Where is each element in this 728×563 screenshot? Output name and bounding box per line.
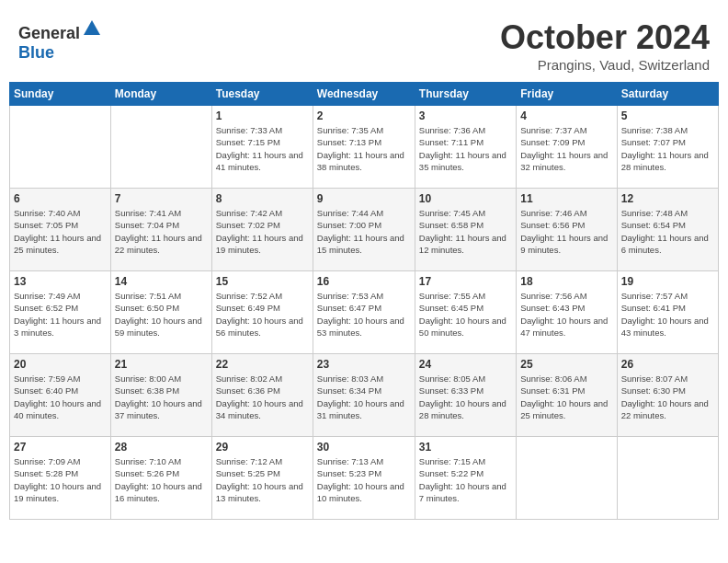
table-row: 25Sunrise: 8:06 AM Sunset: 6:31 PM Dayli… (517, 354, 617, 437)
table-row: 30Sunrise: 7:13 AM Sunset: 5:23 PM Dayli… (313, 437, 415, 520)
table-row: 10Sunrise: 7:45 AM Sunset: 6:58 PM Dayli… (415, 189, 516, 271)
day-number: 9 (317, 192, 411, 205)
table-row: 5Sunrise: 7:38 AM Sunset: 7:07 PM Daylig… (617, 106, 718, 189)
col-wednesday: Wednesday (313, 83, 415, 106)
table-row: 27Sunrise: 7:09 AM Sunset: 5:28 PM Dayli… (10, 437, 111, 520)
table-row: 21Sunrise: 8:00 AM Sunset: 6:38 PM Dayli… (110, 354, 211, 437)
col-sunday: Sunday (10, 83, 111, 106)
logo: General Blue (18, 18, 102, 63)
day-info: Sunrise: 8:05 AM Sunset: 6:33 PM Dayligh… (419, 373, 512, 421)
table-row: 9Sunrise: 7:44 AM Sunset: 7:00 PM Daylig… (313, 189, 415, 271)
table-row: 13Sunrise: 7:49 AM Sunset: 6:52 PM Dayli… (10, 271, 111, 354)
day-info: Sunrise: 7:56 AM Sunset: 6:43 PM Dayligh… (520, 290, 612, 339)
day-info: Sunrise: 7:09 AM Sunset: 5:28 PM Dayligh… (14, 455, 107, 504)
day-number: 16 (317, 275, 411, 288)
table-row: 15Sunrise: 7:52 AM Sunset: 6:49 PM Dayli… (211, 271, 313, 354)
day-info: Sunrise: 7:40 AM Sunset: 7:05 PM Dayligh… (14, 207, 107, 256)
table-row: 28Sunrise: 7:10 AM Sunset: 5:26 PM Dayli… (110, 437, 211, 520)
day-number: 25 (520, 358, 612, 371)
day-info: Sunrise: 7:52 AM Sunset: 6:49 PM Dayligh… (216, 290, 309, 339)
day-info: Sunrise: 7:45 AM Sunset: 6:58 PM Dayligh… (419, 207, 512, 256)
day-info: Sunrise: 7:35 AM Sunset: 7:13 PM Dayligh… (317, 124, 411, 173)
day-info: Sunrise: 7:49 AM Sunset: 6:52 PM Dayligh… (14, 290, 107, 339)
day-number: 29 (216, 441, 309, 454)
table-row: 31Sunrise: 7:15 AM Sunset: 5:22 PM Dayli… (415, 437, 516, 520)
calendar-body: 1Sunrise: 7:33 AM Sunset: 7:15 PM Daylig… (10, 106, 719, 520)
col-saturday: Saturday (617, 83, 718, 106)
table-row: 12Sunrise: 7:48 AM Sunset: 6:54 PM Dayli… (617, 189, 718, 271)
day-info: Sunrise: 7:55 AM Sunset: 6:45 PM Dayligh… (419, 290, 512, 339)
day-info: Sunrise: 7:33 AM Sunset: 7:15 PM Dayligh… (216, 124, 309, 173)
day-info: Sunrise: 7:44 AM Sunset: 7:00 PM Dayligh… (317, 207, 411, 256)
table-row: 20Sunrise: 7:59 AM Sunset: 6:40 PM Dayli… (10, 354, 111, 437)
day-number: 26 (621, 358, 714, 371)
table-row: 2Sunrise: 7:35 AM Sunset: 7:13 PM Daylig… (313, 106, 415, 189)
table-row: 3Sunrise: 7:36 AM Sunset: 7:11 PM Daylig… (415, 106, 516, 189)
title-block: October 2024 Prangins, Vaud, Switzerland (500, 18, 710, 73)
day-info: Sunrise: 7:46 AM Sunset: 6:56 PM Dayligh… (520, 207, 612, 256)
day-info: Sunrise: 7:13 AM Sunset: 5:23 PM Dayligh… (317, 455, 411, 504)
day-info: Sunrise: 8:02 AM Sunset: 6:36 PM Dayligh… (216, 373, 309, 421)
location: Prangins, Vaud, Switzerland (500, 57, 710, 73)
logo-icon (82, 18, 102, 39)
logo-general: General (18, 24, 80, 42)
day-number: 23 (317, 358, 411, 371)
table-row: 18Sunrise: 7:56 AM Sunset: 6:43 PM Dayli… (517, 271, 617, 354)
day-number: 12 (621, 192, 714, 205)
calendar-header: Sunday Monday Tuesday Wednesday Thursday… (10, 83, 719, 106)
table-row: 6Sunrise: 7:40 AM Sunset: 7:05 PM Daylig… (10, 189, 111, 271)
day-info: Sunrise: 7:59 AM Sunset: 6:40 PM Dayligh… (14, 373, 107, 421)
day-info: Sunrise: 8:03 AM Sunset: 6:34 PM Dayligh… (317, 373, 411, 421)
day-info: Sunrise: 8:06 AM Sunset: 6:31 PM Dayligh… (520, 373, 612, 421)
day-info: Sunrise: 8:00 AM Sunset: 6:38 PM Dayligh… (115, 373, 208, 421)
day-number: 14 (115, 275, 208, 288)
day-info: Sunrise: 7:42 AM Sunset: 7:02 PM Dayligh… (216, 207, 309, 256)
table-row (517, 437, 617, 520)
table-row: 17Sunrise: 7:55 AM Sunset: 6:45 PM Dayli… (415, 271, 516, 354)
day-info: Sunrise: 7:51 AM Sunset: 6:50 PM Dayligh… (115, 290, 208, 339)
day-info: Sunrise: 7:53 AM Sunset: 6:47 PM Dayligh… (317, 290, 411, 339)
logo-blue: Blue (18, 43, 54, 62)
day-number: 2 (317, 109, 411, 122)
day-info: Sunrise: 7:12 AM Sunset: 5:25 PM Dayligh… (216, 455, 309, 504)
table-row: 11Sunrise: 7:46 AM Sunset: 6:56 PM Dayli… (517, 189, 617, 271)
day-number: 18 (520, 275, 612, 288)
day-number: 19 (621, 275, 714, 288)
table-row: 14Sunrise: 7:51 AM Sunset: 6:50 PM Dayli… (110, 271, 211, 354)
day-info: Sunrise: 7:10 AM Sunset: 5:26 PM Dayligh… (115, 455, 208, 504)
day-number: 1 (216, 109, 309, 122)
table-row (10, 106, 111, 189)
col-monday: Monday (110, 83, 211, 106)
month-title: October 2024 (500, 18, 710, 57)
day-number: 11 (520, 192, 612, 205)
day-info: Sunrise: 7:41 AM Sunset: 7:04 PM Dayligh… (115, 207, 208, 256)
table-row: 7Sunrise: 7:41 AM Sunset: 7:04 PM Daylig… (110, 189, 211, 271)
day-number: 22 (216, 358, 309, 371)
day-number: 21 (115, 358, 208, 371)
day-number: 30 (317, 441, 411, 454)
col-thursday: Thursday (415, 83, 516, 106)
header: General Blue October 2024 Prangins, Vaud… (9, 9, 719, 77)
table-row: 1Sunrise: 7:33 AM Sunset: 7:15 PM Daylig… (211, 106, 313, 189)
col-friday: Friday (517, 83, 617, 106)
table-row: 26Sunrise: 8:07 AM Sunset: 6:30 PM Dayli… (617, 354, 718, 437)
col-tuesday: Tuesday (211, 83, 313, 106)
table-row: 4Sunrise: 7:37 AM Sunset: 7:09 PM Daylig… (517, 106, 617, 189)
day-number: 4 (520, 109, 612, 122)
table-row: 24Sunrise: 8:05 AM Sunset: 6:33 PM Dayli… (415, 354, 516, 437)
table-row (617, 437, 718, 520)
day-info: Sunrise: 7:37 AM Sunset: 7:09 PM Dayligh… (520, 124, 612, 173)
table-row (110, 106, 211, 189)
day-number: 20 (14, 358, 107, 371)
day-number: 31 (419, 441, 512, 454)
day-number: 5 (621, 109, 714, 122)
day-info: Sunrise: 7:15 AM Sunset: 5:22 PM Dayligh… (419, 455, 512, 504)
table-row: 29Sunrise: 7:12 AM Sunset: 5:25 PM Dayli… (211, 437, 313, 520)
table-row: 19Sunrise: 7:57 AM Sunset: 6:41 PM Dayli… (617, 271, 718, 354)
day-number: 24 (419, 358, 512, 371)
day-number: 27 (14, 441, 107, 454)
day-number: 6 (14, 192, 107, 205)
day-number: 8 (216, 192, 309, 205)
table-row: 22Sunrise: 8:02 AM Sunset: 6:36 PM Dayli… (211, 354, 313, 437)
calendar-table: Sunday Monday Tuesday Wednesday Thursday… (9, 82, 719, 520)
